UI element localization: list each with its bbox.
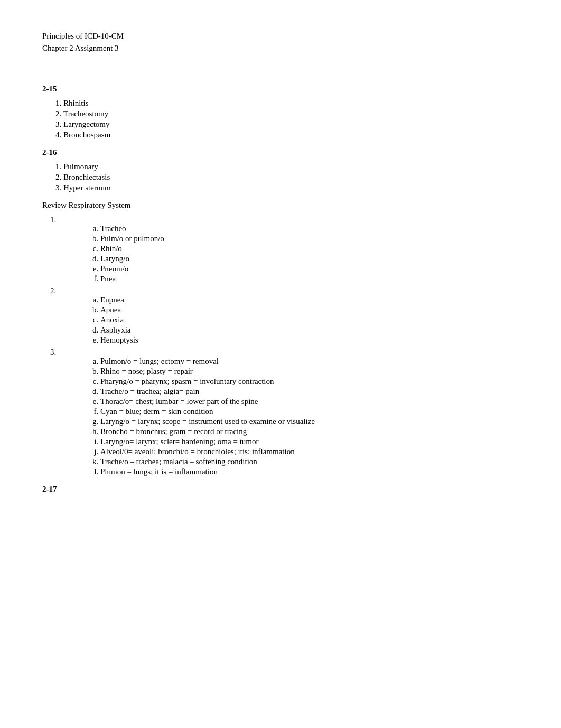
section-216-label: 2-16 <box>42 148 519 157</box>
section-215-list: Rhinitis Tracheostomy Laryngectomy Bronc… <box>63 99 519 140</box>
list-item: Thorac/o= chest; lumbar = lower part of … <box>100 397 519 406</box>
section-215-label: 2-15 <box>42 85 519 94</box>
list-item: Trache/o – trachea; malacia – softening … <box>100 457 519 466</box>
list-item: Pulm/o or pulmon/o <box>100 234 519 243</box>
list-item: Rhino = nose; plasty = repair <box>100 367 519 376</box>
list-item: Alveol/0= aveoli; bronchi/o = bronchiole… <box>100 447 519 456</box>
list-item: Laryngectomy <box>63 120 519 129</box>
doc-title: Principles of ICD-10-CM <box>42 32 519 41</box>
document-container: Principles of ICD-10-CM Chapter 2 Assign… <box>42 32 519 494</box>
list-item: Tracheo <box>100 224 519 233</box>
doc-subtitle: Chapter 2 Assignment 3 <box>42 44 519 53</box>
list-item: Hyper sternum <box>63 183 519 192</box>
list-item: Hemoptysis <box>100 336 519 345</box>
list-item: Bronchiectasis <box>63 173 519 182</box>
list-item: Apnea <box>100 306 519 315</box>
section-216: 2-16 Pulmonary Bronchiectasis Hyper ster… <box>42 148 519 192</box>
list-item: Trache/o = trachea; algia= pain <box>100 387 519 396</box>
review-q3: Pulmon/o = lungs; ectomy = removal Rhino… <box>58 348 519 476</box>
review-q3-list: Pulmon/o = lungs; ectomy = removal Rhino… <box>100 357 519 476</box>
list-item: Pharyng/o = pharynx; spasm = involuntary… <box>100 377 519 386</box>
section-215: 2-15 Rhinitis Tracheostomy Laryngectomy … <box>42 85 519 140</box>
list-item: Eupnea <box>100 296 519 305</box>
section-217-label: 2-17 <box>42 485 519 494</box>
list-item: Pulmon/o = lungs; ectomy = removal <box>100 357 519 366</box>
review-q1-list: Tracheo Pulm/o or pulmon/o Rhin/o Laryng… <box>100 224 519 283</box>
list-item: Pneum/o <box>100 264 519 273</box>
list-item: Laryng/o <box>100 254 519 263</box>
list-item: Rhinitis <box>63 99 519 108</box>
review-q2-list: Eupnea Apnea Anoxia Asphyxia Hemoptysis <box>100 296 519 345</box>
review-section: Review Respiratory System Tracheo Pulm/o… <box>42 201 519 476</box>
section-217: 2-17 <box>42 485 519 494</box>
list-item: Broncho = bronchus; gram = record or tra… <box>100 427 519 436</box>
list-item: Tracheostomy <box>63 109 519 118</box>
review-q2: Eupnea Apnea Anoxia Asphyxia Hemoptysis <box>58 287 519 345</box>
list-item: Rhin/o <box>100 244 519 253</box>
list-item: Pnea <box>100 274 519 283</box>
list-item: Cyan = blue; derm = skin condition <box>100 407 519 416</box>
list-item: Pulmonary <box>63 162 519 171</box>
review-q1: Tracheo Pulm/o or pulmon/o Rhin/o Laryng… <box>58 215 519 283</box>
section-216-list: Pulmonary Bronchiectasis Hyper sternum <box>63 162 519 192</box>
list-item: Asphyxia <box>100 326 519 335</box>
review-outer-list: Tracheo Pulm/o or pulmon/o Rhin/o Laryng… <box>58 215 519 476</box>
list-item: Plumon = lungs; it is = inflammation <box>100 467 519 476</box>
list-item: Laryng/o = larynx; scope = instrument us… <box>100 417 519 426</box>
list-item: Bronchospasm <box>63 131 519 140</box>
list-item: Anoxia <box>100 316 519 325</box>
list-item: Laryng/o= larynx; scler= hardening; oma … <box>100 437 519 446</box>
review-title: Review Respiratory System <box>42 201 519 210</box>
